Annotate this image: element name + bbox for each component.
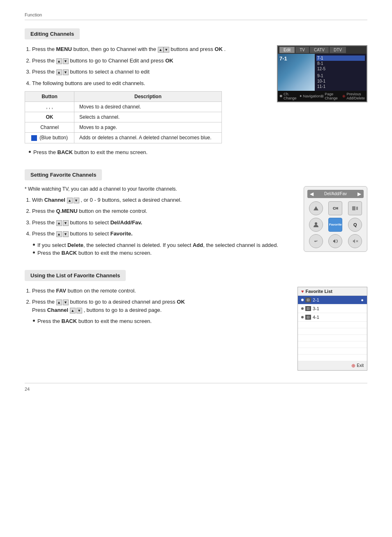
fav-empty-6 — [298, 355, 367, 361]
tv-top-bar: Edit TV CATV DTV — [278, 46, 367, 54]
ok-bold-1: OK — [214, 46, 223, 52]
nav-arrows-step2: ▲▼ — [56, 58, 69, 64]
nav-icon: ✦ — [299, 94, 302, 98]
setting-bullets: If you select Delete, the selected chann… — [29, 242, 291, 256]
editing-step-2: Press the ▲▼ buttons to go to Channel Ed… — [32, 57, 265, 65]
up-u2b-icon: ▲ — [70, 308, 76, 313]
table-row: Channel Moves to a page. — [25, 122, 222, 133]
favorite-bold: Favorite. — [110, 230, 132, 237]
bottom-page-change: ⊞ Page Change — [321, 92, 342, 100]
back-note-text: Press the BACK button to exit the menu s… — [33, 149, 148, 155]
table-header-description: Description — [74, 92, 222, 102]
svg-rect-1 — [356, 207, 358, 210]
deladdfav-label: Del/Add/Fav — [324, 191, 347, 196]
up-u2-icon: ▲ — [56, 300, 62, 305]
page-change-icon: ⊞ — [321, 94, 324, 98]
fav-item-2-1[interactable]: ⊟ 2-1 ● — [298, 296, 367, 304]
menu-bold: MENU — [56, 46, 72, 52]
using-favorite-header: Using the List of Favorite Channels — [25, 270, 126, 281]
setting-favorite-header: Setting Favorite Channels — [25, 169, 102, 180]
left-arrow-icon: ◀ — [310, 191, 314, 197]
tv-screen-image: Edit TV CATV DTV 7-1 7-1 8-1 12-5 — [277, 45, 367, 102]
fav-item-4-1[interactable]: ⊟ 4-1 — [298, 313, 367, 322]
channel-bold-1: Channel — [44, 197, 65, 203]
remote-buttons-grid: CH Favorite Q ↩ — [307, 201, 364, 248]
using-step-2: Press the ▲▼ buttons to go to a desired … — [32, 298, 285, 314]
desc-channel: Moves to a page. — [74, 122, 222, 133]
nav-arrows-inline: ▲▼ — [158, 46, 171, 52]
fav-footer: ⊕ Exit — [298, 361, 367, 370]
desc-blue: Adds or deletes a channel. A deleted cha… — [74, 133, 222, 143]
qmenu-bold: Q.MENU — [56, 208, 78, 214]
down-s4-icon: ▼ — [63, 231, 69, 237]
nav-label: Navigation — [303, 94, 321, 98]
table-row: OK Selects a channel. — [25, 112, 222, 122]
ch-icon-3: ⊟ — [305, 315, 311, 320]
channel-bold-u2: Channel — [47, 307, 68, 313]
setting-favorite-content: * While watching TV, you can add a chann… — [25, 186, 367, 258]
step4-text: The following buttons are used to edit c… — [32, 80, 145, 86]
page-footer: 24 — [25, 383, 367, 392]
remote-btn-up[interactable] — [309, 201, 323, 215]
setting-steps-list: With Channel ▲▼ , or 0 - 9 buttons, sele… — [25, 196, 291, 238]
add-delete-label: PreviousAdd/Delete — [346, 92, 365, 100]
fav-empty-3 — [298, 335, 367, 341]
editing-back-note: Press the BACK button to exit the menu s… — [29, 149, 265, 155]
add-delete-icon: ⊕ — [342, 94, 346, 98]
tv-screen-mockup: Edit TV CATV DTV 7-1 7-1 8-1 12-5 — [277, 45, 367, 102]
using-back-note: Press the BACK button to exit the menu s… — [29, 318, 285, 324]
down-u2b-icon: ▼ — [76, 308, 82, 313]
fav-ch-3-1: 3-1 — [313, 306, 319, 311]
editing-table: Button Description , , , Moves to a desi… — [25, 91, 222, 143]
down-u2-icon: ▼ — [63, 300, 69, 305]
down-arrow-icon: ▼ — [164, 47, 169, 53]
tab-tv: TV — [295, 47, 309, 53]
remote-mockup: ◀ Del/Add/Fav ▶ CH — [304, 186, 367, 252]
button-blue: (Blue button) — [25, 133, 74, 143]
fav-empty-5 — [298, 348, 367, 355]
deladdfav-bold: Del/Add/Fav. — [110, 219, 142, 226]
desc-ok: Selects a channel. — [74, 112, 222, 122]
nav-arrows-s3: ▲▼ — [56, 220, 69, 226]
tv-body: 7-1 7-1 8-1 12-5 9-1 10-1 11-1 — [278, 54, 367, 91]
table-row: (Blue button) Adds or deletes a channel.… — [25, 133, 222, 143]
channel-item-8-1: 8-1 — [316, 61, 365, 66]
nav-arrows-step3: ▲▼ — [56, 69, 69, 75]
remote-btn-sound[interactable] — [328, 234, 342, 248]
page-number: 24 — [25, 387, 30, 392]
bullet-4-icon — [33, 320, 35, 322]
remote-btn-mute[interactable] — [348, 234, 362, 248]
using-favorite-steps: Press the FAV button on the remote contr… — [25, 287, 285, 326]
up-arrow-icon: ▲ — [158, 47, 164, 53]
fav-list-image: ♥ Favorite List ⊟ 2-1 ● ⊟ 3-1 — [297, 287, 367, 371]
using-favorite-content: Press the FAV button on the remote contr… — [25, 287, 367, 371]
back-note-2-text: Press the BACK button to exit the menu s… — [37, 250, 152, 256]
channel-item-10-1: 10-1 — [316, 78, 365, 84]
page-container: Function Editing Channels Press the MENU… — [0, 0, 392, 408]
using-steps-list: Press the FAV button on the remote contr… — [25, 287, 285, 314]
blue-button-icon — [31, 135, 37, 141]
remote-btn-record[interactable] — [348, 201, 362, 215]
heart-icon: ♥ — [301, 289, 304, 294]
remote-btn-q[interactable]: Q — [348, 218, 362, 232]
setting-step-4: Press the ▲▼ buttons to select Favorite. — [32, 230, 291, 238]
channel-item-12-5: 12-5 — [316, 66, 365, 71]
page-change-label: Page Change — [325, 92, 342, 100]
svg-point-2 — [315, 222, 317, 225]
tv-preview: 7-1 — [278, 54, 315, 91]
remote-btn-person[interactable] — [309, 218, 323, 232]
bottom-add-delete: ⊕ PreviousAdd/Delete — [342, 92, 365, 100]
selected-dot-icon: ● — [361, 297, 364, 302]
remote-btn-back[interactable]: ↩ — [309, 234, 323, 248]
editing-step-4: The following buttons are used to edit c… — [32, 79, 265, 88]
table-header-button: Button — [25, 92, 74, 102]
channel-item-7-1: 7-1 — [316, 55, 365, 61]
channel-item-11-1: 11-1 — [316, 84, 365, 89]
bullet-3-icon — [33, 251, 35, 254]
remote-btn-ch[interactable]: CH — [328, 201, 342, 215]
ch-icon-2: ⊟ — [305, 306, 311, 311]
using-favorite-section: Using the List of Favorite Channels Pres… — [25, 270, 367, 371]
remote-btn-favorite[interactable]: Favorite — [328, 218, 342, 232]
editing-channels-header: Editing Channels — [25, 28, 80, 39]
fav-item-3-1[interactable]: ⊟ 3-1 — [298, 304, 367, 313]
